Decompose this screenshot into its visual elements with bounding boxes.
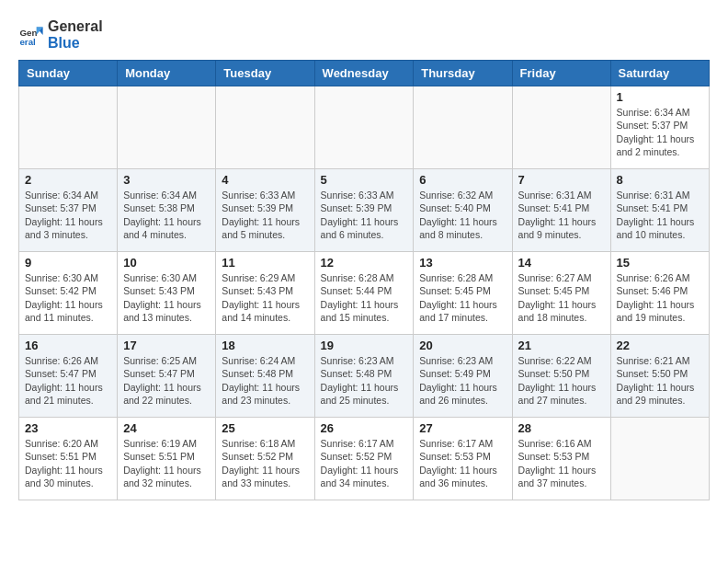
header-thursday: Thursday [414,61,512,86]
header-friday: Friday [512,61,610,86]
calendar-cell: 12Sunrise: 6:28 AMSunset: 5:44 PMDayligh… [314,252,414,335]
day-info: Sunrise: 6:26 AMSunset: 5:47 PMDaylight:… [25,354,111,407]
day-number: 13 [419,256,506,270]
calendar-cell: 23Sunrise: 6:20 AMSunset: 5:51 PMDayligh… [19,418,118,500]
day-info: Sunrise: 6:16 AMSunset: 5:53 PMDaylight:… [518,437,605,489]
day-number: 19 [321,339,408,352]
calendar-cell: 27Sunrise: 6:17 AMSunset: 5:53 PMDayligh… [414,418,512,500]
calendar-cell: 3Sunrise: 6:34 AMSunset: 5:38 PMDaylight… [118,169,216,252]
day-info: Sunrise: 6:23 AMSunset: 5:49 PMDaylight:… [419,354,506,407]
logo-blue-text: Blue [48,35,103,52]
day-number: 20 [419,339,506,352]
day-info: Sunrise: 6:33 AMSunset: 5:39 PMDaylight:… [321,189,408,241]
calendar-cell [216,86,314,169]
header-tuesday: Tuesday [216,61,314,86]
day-number: 14 [518,256,605,270]
day-info: Sunrise: 6:31 AMSunset: 5:41 PMDaylight:… [518,189,605,241]
day-number: 26 [321,421,408,435]
header-wednesday: Wednesday [314,61,414,86]
header: Gen eral General Blue [18,18,710,51]
calendar-cell: 18Sunrise: 6:24 AMSunset: 5:48 PMDayligh… [216,335,314,418]
day-info: Sunrise: 6:17 AMSunset: 5:52 PMDaylight:… [321,437,408,489]
day-info: Sunrise: 6:34 AMSunset: 5:37 PMDaylight:… [25,189,111,241]
day-info: Sunrise: 6:34 AMSunset: 5:37 PMDaylight:… [617,106,703,158]
day-number: 5 [321,173,408,187]
header-saturday: Saturday [610,61,709,86]
calendar-cell: 2Sunrise: 6:34 AMSunset: 5:37 PMDaylight… [19,169,118,252]
calendar-header-row: SundayMondayTuesdayWednesdayThursdayFrid… [19,61,710,86]
day-number: 22 [617,339,703,352]
calendar-cell [118,86,216,169]
calendar-cell: 19Sunrise: 6:23 AMSunset: 5:48 PMDayligh… [314,335,414,418]
week-row-4: 16Sunrise: 6:26 AMSunset: 5:47 PMDayligh… [19,335,710,418]
week-row-5: 23Sunrise: 6:20 AMSunset: 5:51 PMDayligh… [19,418,710,500]
calendar-cell: 25Sunrise: 6:18 AMSunset: 5:52 PMDayligh… [216,418,314,500]
day-info: Sunrise: 6:17 AMSunset: 5:53 PMDaylight:… [419,437,506,489]
header-sunday: Sunday [19,61,118,86]
day-number: 9 [25,256,111,270]
day-info: Sunrise: 6:27 AMSunset: 5:45 PMDaylight:… [518,271,605,324]
calendar-cell [512,86,610,169]
day-info: Sunrise: 6:20 AMSunset: 5:51 PMDaylight:… [25,437,111,489]
calendar-cell: 22Sunrise: 6:21 AMSunset: 5:50 PMDayligh… [610,335,709,418]
day-info: Sunrise: 6:32 AMSunset: 5:40 PMDaylight:… [419,189,506,241]
day-info: Sunrise: 6:30 AMSunset: 5:42 PMDaylight:… [25,271,111,324]
day-number: 7 [518,173,605,187]
day-number: 8 [617,173,703,187]
week-row-1: 1Sunrise: 6:34 AMSunset: 5:37 PMDaylight… [19,86,710,169]
day-number: 1 [617,90,703,104]
day-info: Sunrise: 6:24 AMSunset: 5:48 PMDaylight:… [222,354,308,407]
calendar-cell [314,86,414,169]
day-info: Sunrise: 6:19 AMSunset: 5:51 PMDaylight:… [123,437,210,489]
calendar-cell: 20Sunrise: 6:23 AMSunset: 5:49 PMDayligh… [414,335,512,418]
calendar-cell: 14Sunrise: 6:27 AMSunset: 5:45 PMDayligh… [512,252,610,335]
day-info: Sunrise: 6:34 AMSunset: 5:38 PMDaylight:… [123,189,210,241]
day-number: 16 [25,339,111,352]
calendar-cell: 6Sunrise: 6:32 AMSunset: 5:40 PMDaylight… [414,169,512,252]
day-number: 4 [222,173,308,187]
calendar: SundayMondayTuesdayWednesdayThursdayFrid… [18,60,710,500]
day-number: 2 [25,173,111,187]
day-number: 23 [25,421,111,435]
day-info: Sunrise: 6:33 AMSunset: 5:39 PMDaylight:… [222,189,308,241]
day-number: 28 [518,421,605,435]
day-number: 11 [222,256,308,270]
day-info: Sunrise: 6:22 AMSunset: 5:50 PMDaylight:… [518,354,605,407]
calendar-cell: 1Sunrise: 6:34 AMSunset: 5:37 PMDaylight… [610,86,709,169]
day-info: Sunrise: 6:18 AMSunset: 5:52 PMDaylight:… [222,437,308,489]
day-info: Sunrise: 6:25 AMSunset: 5:47 PMDaylight:… [123,354,210,407]
day-info: Sunrise: 6:28 AMSunset: 5:44 PMDaylight:… [321,271,408,324]
calendar-cell: 8Sunrise: 6:31 AMSunset: 5:41 PMDaylight… [610,169,709,252]
day-number: 21 [518,339,605,352]
week-row-2: 2Sunrise: 6:34 AMSunset: 5:37 PMDaylight… [19,169,710,252]
calendar-cell: 5Sunrise: 6:33 AMSunset: 5:39 PMDaylight… [314,169,414,252]
day-info: Sunrise: 6:23 AMSunset: 5:48 PMDaylight:… [321,354,408,407]
calendar-cell: 13Sunrise: 6:28 AMSunset: 5:45 PMDayligh… [414,252,512,335]
day-info: Sunrise: 6:26 AMSunset: 5:46 PMDaylight:… [617,271,703,324]
svg-text:eral: eral [19,37,36,47]
day-number: 18 [222,339,308,352]
calendar-cell: 7Sunrise: 6:31 AMSunset: 5:41 PMDaylight… [512,169,610,252]
calendar-cell [414,86,512,169]
day-number: 10 [123,256,210,270]
calendar-cell: 16Sunrise: 6:26 AMSunset: 5:47 PMDayligh… [19,335,118,418]
header-monday: Monday [118,61,216,86]
calendar-cell: 11Sunrise: 6:29 AMSunset: 5:43 PMDayligh… [216,252,314,335]
day-number: 6 [419,173,506,187]
calendar-cell: 17Sunrise: 6:25 AMSunset: 5:47 PMDayligh… [118,335,216,418]
day-number: 24 [123,421,210,435]
day-number: 25 [222,421,308,435]
logo-general-text: General [48,18,103,35]
calendar-cell: 26Sunrise: 6:17 AMSunset: 5:52 PMDayligh… [314,418,414,500]
day-info: Sunrise: 6:31 AMSunset: 5:41 PMDaylight:… [617,189,703,241]
day-info: Sunrise: 6:21 AMSunset: 5:50 PMDaylight:… [617,354,703,407]
day-number: 15 [617,256,703,270]
calendar-cell: 28Sunrise: 6:16 AMSunset: 5:53 PMDayligh… [512,418,610,500]
calendar-cell [19,86,118,169]
day-number: 17 [123,339,210,352]
week-row-3: 9Sunrise: 6:30 AMSunset: 5:42 PMDaylight… [19,252,710,335]
calendar-cell: 9Sunrise: 6:30 AMSunset: 5:42 PMDaylight… [19,252,118,335]
day-info: Sunrise: 6:30 AMSunset: 5:43 PMDaylight:… [123,271,210,324]
calendar-cell: 4Sunrise: 6:33 AMSunset: 5:39 PMDaylight… [216,169,314,252]
calendar-cell: 24Sunrise: 6:19 AMSunset: 5:51 PMDayligh… [118,418,216,500]
